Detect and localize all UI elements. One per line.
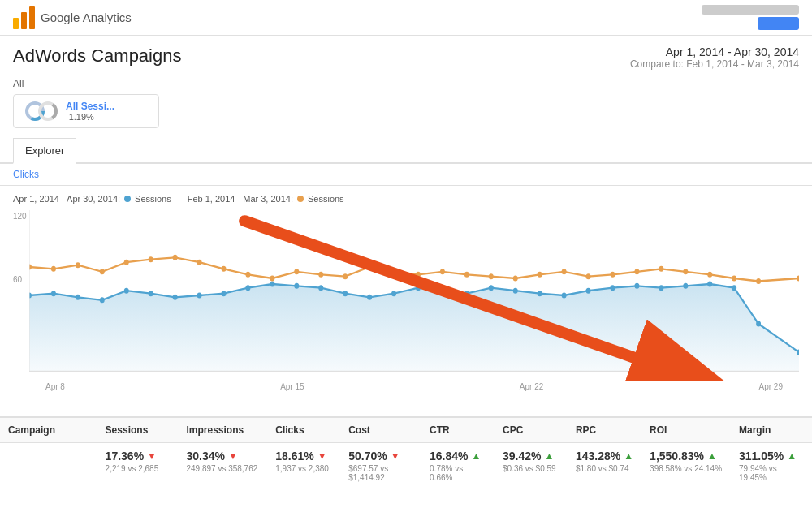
ctr-main: 16.84% ▲: [430, 450, 486, 463]
rpc-main: 143.28% ▲: [576, 450, 633, 463]
impressions-sub: 249,897 vs 358,762: [186, 464, 259, 473]
svg-marker-7: [29, 284, 799, 371]
filter-label: All: [13, 78, 24, 89]
y-label-120: 120: [13, 212, 27, 221]
x-label-apr8: Apr 8: [45, 382, 65, 391]
svg-point-64: [610, 272, 615, 278]
svg-point-71: [797, 276, 799, 282]
svg-point-9: [51, 291, 56, 296]
svg-point-31: [586, 288, 591, 294]
table-row: 17.36% ▼ 2,219 vs 2,685 30.34% ▼ 249,897…: [0, 443, 812, 489]
chart-svg-container: 120 60: [13, 210, 799, 381]
th-ctr[interactable]: CTR: [421, 417, 495, 443]
svg-point-35: [683, 283, 688, 289]
legend-item-primary: Apr 1, 2014 - Apr 30, 2014: Sessions: [13, 194, 171, 204]
y-label-60: 60: [13, 275, 22, 284]
svg-point-63: [586, 273, 591, 279]
donut-icon: [24, 100, 59, 123]
legend-date-primary: Apr 1, 2014 - Apr 30, 2014:: [13, 194, 120, 204]
svg-point-33: [634, 283, 639, 289]
logo-area: Google Analytics: [13, 6, 132, 29]
th-margin[interactable]: Margin: [731, 417, 812, 443]
svg-point-52: [318, 272, 323, 278]
cell-ctr: 16.84% ▲ 0.78% vs 0.66%: [421, 443, 495, 489]
legend-item-compare: Feb 1, 2014 - Mar 3, 2014: Sessions: [188, 194, 344, 204]
metric-label[interactable]: Clicks: [0, 164, 812, 186]
th-cpc[interactable]: CPC: [495, 417, 568, 443]
sessions-arrow: ▼: [147, 450, 157, 462]
x-label-apr29: Apr 29: [759, 382, 783, 391]
svg-point-34: [659, 285, 663, 291]
svg-point-17: [245, 285, 250, 291]
svg-point-25: [440, 288, 445, 294]
svg-point-56: [416, 272, 421, 278]
chart-svg: [29, 210, 799, 381]
cost-arrow: ▼: [391, 450, 400, 462]
svg-point-10: [76, 295, 80, 300]
table-header-row: Campaign Sessions Impressions Clicks Cos…: [0, 417, 812, 443]
clicks-sub: 1,937 vs 2,380: [275, 464, 332, 473]
compare-date: Compare to: Feb 1, 2014 - Mar 3, 2014: [630, 58, 799, 70]
roi-main: 1,550.83% ▲: [650, 450, 723, 463]
svg-point-24: [416, 285, 421, 291]
svg-point-19: [294, 283, 299, 289]
header-button[interactable]: [758, 17, 799, 30]
svg-point-54: [367, 265, 372, 270]
svg-point-51: [294, 269, 299, 274]
th-impressions[interactable]: Impressions: [178, 417, 267, 443]
cell-clicks: 18.61% ▼ 1,937 vs 2,380: [267, 443, 340, 489]
th-sessions[interactable]: Sessions: [97, 417, 179, 443]
svg-point-23: [391, 291, 396, 296]
segment-label: All Sessi...: [66, 101, 114, 112]
cell-sessions: 17.36% ▼ 2,219 vs 2,685: [97, 443, 179, 489]
th-roi[interactable]: ROI: [641, 417, 731, 443]
svg-point-45: [149, 256, 153, 262]
svg-point-65: [634, 269, 639, 274]
svg-point-14: [173, 295, 178, 300]
svg-point-18: [270, 282, 274, 287]
svg-point-61: [538, 272, 542, 278]
svg-point-68: [707, 272, 712, 278]
legend-metric-compare: Sessions: [308, 194, 344, 204]
chart-area: Apr 1, 2014 - Apr 30, 2014: Sessions Feb…: [0, 186, 812, 413]
ctr-arrow: ▲: [472, 450, 482, 462]
th-rpc[interactable]: RPC: [568, 417, 641, 443]
legend-dot-compare: [297, 196, 304, 202]
roi-arrow: ▲: [707, 450, 717, 462]
margin-main: 311.05% ▲: [739, 450, 804, 463]
svg-point-70: [756, 278, 761, 284]
svg-point-57: [440, 269, 445, 274]
svg-point-49: [245, 272, 250, 278]
svg-point-69: [732, 276, 736, 282]
rpc-arrow: ▲: [624, 450, 633, 462]
tab-explorer[interactable]: Explorer: [13, 138, 76, 164]
th-cost[interactable]: Cost: [340, 417, 421, 443]
svg-point-62: [562, 269, 567, 274]
filter-bar: All All Sessi... -1.19%: [0, 75, 812, 135]
svg-point-13: [149, 291, 153, 296]
x-label-apr15: Apr 15: [280, 382, 304, 391]
roi-sub: 398.58% vs 24.14%: [650, 464, 723, 473]
page-title: AdWords Campaigns: [13, 45, 181, 67]
svg-rect-1: [21, 12, 27, 29]
cell-roi: 1,550.83% ▲ 398.58% vs 24.14%: [641, 443, 731, 489]
svg-point-66: [659, 266, 663, 272]
svg-point-60: [513, 276, 518, 282]
x-label-apr22: Apr 22: [520, 382, 543, 391]
svg-point-67: [683, 269, 688, 274]
segment-pill[interactable]: All Sessi... -1.19%: [13, 94, 159, 128]
cost-sub: $697.57 vs $1,414.92: [348, 464, 413, 482]
x-axis: Apr 8 Apr 15 Apr 22 Apr 29: [29, 382, 799, 391]
svg-point-16: [222, 291, 227, 296]
clicks-arrow: ▼: [317, 450, 327, 462]
svg-point-12: [124, 288, 129, 294]
tab-bar: Explorer: [0, 136, 812, 164]
logo-icon: [13, 6, 36, 29]
svg-point-11: [100, 297, 105, 303]
page-header: AdWords Campaigns Apr 1, 2014 - Apr 30, …: [0, 36, 812, 75]
legend-metric-primary: Sessions: [135, 194, 171, 204]
svg-point-21: [343, 291, 348, 296]
th-clicks[interactable]: Clicks: [267, 417, 340, 443]
ctr-sub: 0.78% vs 0.66%: [430, 464, 486, 482]
svg-point-30: [562, 293, 567, 299]
